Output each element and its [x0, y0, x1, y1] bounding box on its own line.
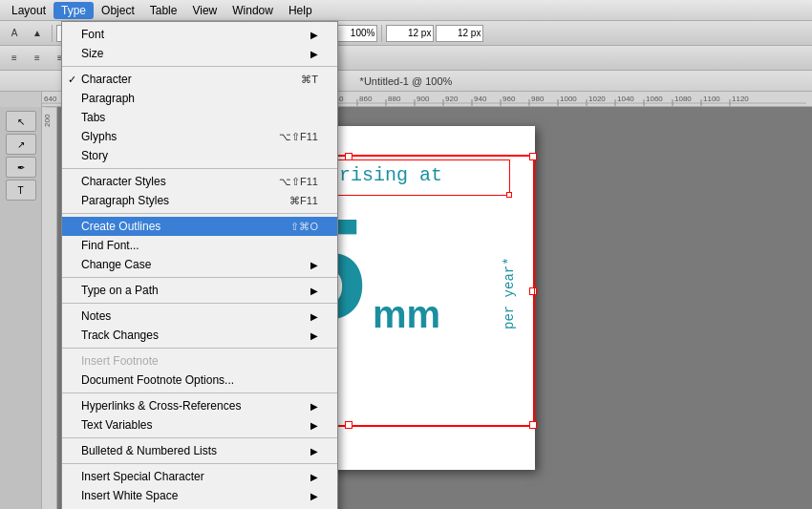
sep-a [62, 66, 337, 67]
type-on-path-arrow: ▶ [310, 286, 318, 296]
svg-text:1020: 1020 [588, 95, 606, 103]
svg-text:1080: 1080 [674, 95, 692, 103]
svg-text:980: 980 [531, 95, 545, 103]
menu-para-styles-label: Paragraph Styles [81, 194, 169, 207]
menu-notes-label: Notes [81, 309, 111, 323]
tools-panel: ↖ ↗ ✒ T [0, 107, 42, 509]
svg-text:1000: 1000 [560, 95, 577, 103]
svg-text:1100: 1100 [703, 95, 720, 103]
menubar: Layout Type Object Table View Window Hel… [0, 0, 812, 21]
menu-tabs[interactable]: Tabs [62, 108, 337, 127]
font-arrow: ▶ [310, 30, 318, 40]
align-left-btn[interactable]: ≡ [4, 49, 25, 68]
character-check: ✓ [68, 74, 76, 86]
align-center-btn[interactable]: ≡ [27, 49, 48, 68]
svg-text:860: 860 [359, 95, 373, 103]
notes-arrow: ▶ [310, 311, 318, 322]
svg-text:640: 640 [44, 95, 57, 103]
menu-paragraph[interactable]: Paragraph [62, 89, 337, 108]
create-outlines-shortcut: ⇧⌘O [290, 221, 318, 233]
type-tool[interactable]: T [6, 180, 36, 201]
text-vars-arrow: ▶ [310, 420, 318, 431]
bulleted-arrow: ▶ [310, 446, 318, 456]
menu-bulleted-label: Bulleted & Numbered Lists [81, 444, 217, 457]
menu-character-label: Character [81, 73, 132, 86]
menu-insert-special-label: Insert Special Character [81, 470, 204, 483]
menu-change-case[interactable]: Change Case ▶ [62, 255, 337, 274]
menu-insert-break[interactable]: Insert Break Character ▶ [62, 505, 337, 509]
doc-title: *Untitled-1 @ 100% [360, 75, 453, 87]
menu-glyphs[interactable]: Glyphs ⌥⇧F11 [62, 127, 337, 146]
menu-track-changes[interactable]: Track Changes ▶ [62, 326, 337, 345]
size-field-1[interactable] [386, 25, 434, 42]
menu-help[interactable]: Help [281, 2, 320, 19]
sep-d [62, 277, 337, 278]
menu-glyphs-label: Glyphs [81, 130, 117, 143]
menu-insert-footnote-label: Insert Footnote [81, 354, 159, 368]
menu-doc-footnote[interactable]: Document Footnote Options... [62, 371, 337, 390]
menu-type[interactable]: Type [53, 2, 94, 19]
menu-layout[interactable]: Layout [4, 2, 53, 19]
menu-create-outlines-label: Create Outlines [81, 220, 160, 233]
size-field-2[interactable] [436, 25, 483, 42]
menu-font-label: Font [81, 28, 104, 41]
change-case-arrow: ▶ [310, 260, 318, 270]
svg-text:200: 200 [43, 114, 52, 127]
svg-text:1040: 1040 [617, 95, 634, 103]
svg-text:1120: 1120 [732, 95, 749, 103]
sep-e [62, 303, 337, 304]
char-styles-shortcut: ⌥⇧F11 [279, 176, 318, 188]
menu-insert-white[interactable]: Insert White Space ▶ [62, 486, 337, 505]
menu-window[interactable]: Window [224, 2, 281, 19]
menu-insert-special[interactable]: Insert Special Character ▶ [62, 467, 337, 486]
menu-hyperlinks-label: Hyperlinks & Cross-References [81, 399, 241, 413]
sep-h [62, 437, 337, 438]
size-arrow: ▶ [310, 49, 318, 59]
toolbar-btn-2[interactable]: ▲ [27, 24, 48, 43]
hyperlinks-arrow: ▶ [310, 401, 318, 412]
sep-1 [52, 25, 53, 42]
menu-insert-footnote: Insert Footnote [62, 351, 337, 371]
type-menu: Font ▶ Size ▶ ✓ Character ⌘T Paragraph T… [61, 21, 338, 509]
ruler-corner [0, 92, 42, 107]
menu-size-label: Size [81, 47, 103, 60]
menu-type-on-path[interactable]: Type on a Path ▶ [62, 281, 337, 300]
ruler-v-svg: 200 [42, 107, 57, 489]
direct-select-tool[interactable]: ↗ [6, 134, 36, 155]
menu-view[interactable]: View [184, 2, 224, 19]
sep-c [62, 213, 337, 214]
track-changes-arrow: ▶ [310, 330, 318, 341]
sep-4 [381, 25, 382, 42]
menu-hyperlinks[interactable]: Hyperlinks & Cross-References ▶ [62, 396, 337, 415]
menu-size[interactable]: Size ▶ [62, 44, 337, 63]
menu-story-label: Story [81, 149, 108, 162]
svg-text:880: 880 [388, 95, 401, 103]
menu-character[interactable]: ✓ Character ⌘T [62, 70, 337, 89]
infographic-unit: mm [373, 293, 440, 336]
menu-font[interactable]: Font ▶ [62, 25, 337, 44]
svg-text:920: 920 [445, 95, 459, 103]
menu-notes[interactable]: Notes ▶ [62, 307, 337, 326]
menu-char-styles-label: Character Styles [81, 175, 166, 188]
menu-para-styles[interactable]: Paragraph Styles ⌘F11 [62, 191, 337, 210]
svg-text:1060: 1060 [646, 95, 663, 103]
infographic-peryear: per year* [502, 179, 535, 408]
menu-find-font-label: Find Font... [81, 239, 139, 252]
menu-find-font[interactable]: Find Font... [62, 236, 337, 255]
menu-object[interactable]: Object [94, 2, 142, 19]
menu-create-outlines[interactable]: Create Outlines ⇧⌘O [62, 217, 337, 236]
sep-b [62, 168, 337, 169]
menu-change-case-label: Change Case [81, 258, 151, 271]
svg-text:940: 940 [474, 95, 487, 103]
menu-text-vars-label: Text Variables [81, 418, 152, 432]
svg-text:900: 900 [417, 95, 430, 103]
menu-table[interactable]: Table [142, 2, 185, 19]
menu-story[interactable]: Story [62, 146, 337, 165]
menu-tabs-label: Tabs [81, 111, 105, 124]
toolbar-btn-1[interactable]: A [4, 24, 25, 43]
menu-bulleted[interactable]: Bulleted & Numbered Lists ▶ [62, 441, 337, 460]
pen-tool[interactable]: ✒ [6, 157, 36, 178]
menu-text-vars[interactable]: Text Variables ▶ [62, 415, 337, 435]
select-tool[interactable]: ↖ [6, 111, 36, 132]
menu-char-styles[interactable]: Character Styles ⌥⇧F11 [62, 172, 337, 191]
